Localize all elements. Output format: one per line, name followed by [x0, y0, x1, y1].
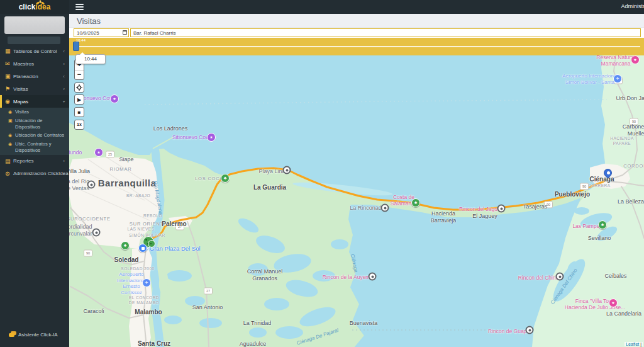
- zoom-out-button[interactable]: −: [75, 71, 84, 80]
- sidebar-item-tableros-de-control[interactable]: ▦Tableros de Control‹: [0, 45, 69, 57]
- assistant-launcher[interactable]: Asistente Click-IA: [9, 332, 58, 338]
- road-shield-27: 27: [175, 224, 184, 230]
- marker-poi-rincon-del-jaguey[interactable]: [497, 205, 506, 213]
- marker-poi-ventana-al-mundo[interactable]: ★: [94, 148, 103, 157]
- calendar-icon[interactable]: [123, 30, 127, 35]
- sidebar-nav: ▦Tableros de Control‹✉Maestros‹▣Planeaci…: [0, 45, 69, 180]
- planeacion-icon: ▣: [5, 73, 13, 79]
- marker-poi-sitionuevo-cove-1[interactable]: ★: [110, 94, 119, 103]
- logo-sprout-icon: [36, 0, 45, 5]
- marker-visit-los-cocos[interactable]: ♣: [221, 174, 230, 183]
- speed-button[interactable]: 1x: [74, 120, 84, 130]
- road-shield-90: 90: [630, 118, 638, 125]
- sidebar-item-visitas[interactable]: ⚑Visitas‹: [0, 82, 69, 95]
- chevron-icon: ‹: [63, 61, 65, 67]
- chevron-icon: ‹: [63, 171, 65, 176]
- marker-poi-playa-linda[interactable]: [283, 166, 291, 174]
- app-root: { "topbar": { "menu_icon": "hamburger-ic…: [0, 0, 644, 347]
- timeline-track[interactable]: [76, 46, 640, 47]
- road-shield-90: 90: [84, 250, 92, 257]
- marker-poi-cc-gran-plaza[interactable]: [138, 244, 147, 253]
- sidebar-subitem-ubicacion-contratos[interactable]: ◉Ubicación de Contratos: [0, 131, 69, 140]
- user-panel-redacted: [4, 16, 65, 34]
- sidebar-item-maestros[interactable]: ✉Maestros‹: [0, 57, 69, 70]
- topbar: Administra: [69, 0, 644, 14]
- marker-airport-ernesto-cortissoz[interactable]: ✈: [142, 278, 151, 287]
- tableros-de-control-icon: ▦: [5, 48, 13, 54]
- sidebar-search-input[interactable]: [8, 37, 60, 44]
- ubicacion-contratos-icon: ◉: [8, 132, 15, 138]
- marker-poi-rio-de-ventas[interactable]: [87, 181, 96, 189]
- marker-poi-sitionuevo-cove-2[interactable]: ★: [207, 133, 216, 142]
- road-shield-90: 90: [544, 202, 553, 208]
- marker-poi-la-rinconada[interactable]: [381, 204, 389, 212]
- road-shield-90: 90: [580, 183, 589, 190]
- mapas-visitas-icon: ◉: [8, 109, 15, 115]
- visitas-icon: ⚑: [5, 86, 13, 92]
- date-input[interactable]: [74, 28, 129, 37]
- contract-input[interactable]: [130, 28, 641, 37]
- marker-airport-simon-bolivar[interactable]: ✈: [613, 74, 622, 83]
- chevron-icon: ‹: [63, 158, 65, 164]
- timeline-bar: 10:44: [69, 38, 644, 55]
- sidebar-item-reportes[interactable]: ▤Reportes‹: [0, 155, 69, 168]
- hamburger-icon[interactable]: [75, 4, 84, 10]
- chevron-icon: ‹: [63, 74, 65, 79]
- marker-poi-rincon-de-la-auyema[interactable]: [369, 273, 377, 281]
- marker-poi-cordialidad[interactable]: [92, 229, 101, 237]
- locate-button[interactable]: [74, 82, 84, 93]
- sidebar-item-mapas[interactable]: ◉Mapas‹: [0, 95, 69, 108]
- assistant-label: Asistente Click-IA: [18, 332, 58, 338]
- marker-poi-finca-villa-toyi[interactable]: ★: [609, 299, 618, 307]
- leaflet-link[interactable]: Leaflet: [626, 342, 639, 346]
- road-shield-25: 25: [106, 151, 114, 158]
- map-canvas[interactable]: 2527279090909090 Villa JuliaSiapeRIOMARB…: [69, 55, 644, 347]
- chevron-icon: ‹: [63, 86, 65, 92]
- marker-poi-rincon-de-guapo[interactable]: [526, 326, 534, 334]
- administracion-clickidea-icon: ⚙: [5, 171, 13, 177]
- sidebar-item-planeacion[interactable]: ▣Planeación‹: [0, 70, 69, 82]
- marker-poi-las-pampas[interactable]: ♣: [598, 220, 607, 229]
- marker-poi-mamancana[interactable]: ★: [631, 55, 640, 64]
- sidebar: clickidea ▦Tableros de Control‹✉Maestros…: [0, 0, 69, 347]
- play-button[interactable]: ▶: [74, 94, 84, 105]
- road-shield-27: 27: [204, 288, 213, 295]
- ubic-contratos-dispositivos-icon: ◉: [8, 141, 15, 147]
- sidebar-item-administracion-clickidea[interactable]: ⚙Administración ClickIdea‹: [0, 168, 69, 180]
- chevron-icon: ‹: [63, 48, 65, 54]
- reportes-icon: ▤: [5, 158, 13, 164]
- stop-button[interactable]: ■: [74, 107, 84, 117]
- marker-poi-rincon-del-chino[interactable]: [556, 273, 564, 281]
- logo-click: click: [19, 3, 36, 11]
- mapas-icon: ◉: [5, 98, 13, 105]
- crosshair-icon: [76, 84, 82, 91]
- marker-poi-soledad-park[interactable]: ♣: [121, 241, 130, 250]
- mapas-submenu: ◉Visitas▣Ubicación de Dispositivos◉Ubica…: [0, 108, 69, 155]
- filter-row: [69, 28, 644, 38]
- admin-user-label[interactable]: Administra: [621, 3, 644, 9]
- app-logo[interactable]: clickidea: [0, 0, 69, 14]
- timeline-handle[interactable]: [73, 42, 79, 51]
- timeline-tooltip: 10:44: [75, 54, 106, 64]
- sidebar-subitem-ubic-contratos-dispositivos[interactable]: ◉Ubic. Contratos y Dispositivos: [0, 140, 69, 155]
- page-title: Visitas: [77, 16, 101, 26]
- maestros-icon: ✉: [5, 60, 13, 67]
- sidebar-subitem-ubicacion-dispositivos[interactable]: ▣Ubicación de Dispositivos: [0, 117, 69, 132]
- page-header: Visitas: [69, 14, 644, 28]
- chevron-icon: ‹: [61, 101, 67, 103]
- chat-bubble-icon: [9, 333, 14, 337]
- map-base-layer: [69, 55, 644, 347]
- ubicacion-dispositivos-icon: ▣: [8, 118, 15, 123]
- sidebar-subitem-mapas-visitas[interactable]: ◉Visitas: [0, 108, 69, 117]
- marker-visit-costa-de-salamanca[interactable]: ♣: [411, 198, 420, 207]
- map-attribution: Leaflet |: [625, 342, 643, 346]
